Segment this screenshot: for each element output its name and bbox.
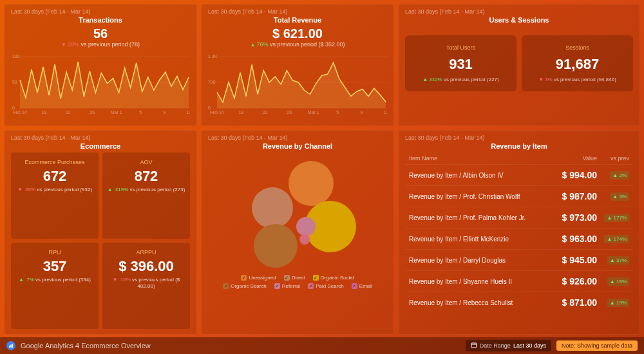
ecommerce-card[interactable]: Ecommerce Purchases672▼ 28% vs previous …	[11, 153, 99, 239]
revenue-panel: Last 30 days (Feb 14 - Mar 14) Total Rev…	[201, 4, 394, 126]
svg-text:9: 9	[164, 110, 166, 115]
table-row[interactable]: Revenue by Item / Rebecca Schulist$ 871.…	[405, 292, 633, 313]
ecommerce-panel: Last 30 days (Feb 14 - Mar 14) Ecommerce…	[4, 130, 197, 335]
item-name: Revenue by Item / Prof. Palma Kohler Jr.	[409, 214, 551, 221]
bubble[interactable]	[252, 187, 293, 228]
legend-swatch-icon: ✓	[313, 275, 319, 281]
up-caret-icon: ▲	[250, 42, 255, 48]
transactions-value: 56	[11, 26, 190, 41]
revenue-by-item-title: Revenue by Item	[405, 142, 633, 150]
item-value: $ 973.00	[551, 212, 597, 223]
down-caret-icon: ▼	[538, 77, 544, 82]
legend-item[interactable]: ✓Direct	[284, 275, 305, 281]
table-row[interactable]: Revenue by Item / Prof. Christian Wolff$…	[405, 185, 633, 207]
legend-label: Organic Search	[231, 283, 267, 289]
item-value: $ 945.00	[551, 255, 597, 265]
col-item-name: Item Name	[409, 155, 551, 162]
legend-swatch-icon: ✓	[274, 283, 280, 289]
svg-rect-30	[12, 344, 14, 348]
footer: Google Analytics 4 Ecommerce Overview Da…	[0, 337, 644, 354]
legend-item[interactable]: ✓Email	[352, 283, 372, 289]
legend-label: Paid Search	[316, 283, 344, 289]
transactions-vs-prev: vs previous period (78)	[80, 41, 140, 48]
down-caret-icon: ▼	[17, 187, 23, 193]
legend-item[interactable]: ✓Paid Search	[308, 283, 344, 289]
table-body[interactable]: Revenue by Item / Albin Olson IV$ 994.00…	[405, 164, 633, 330]
ecommerce-card-value: $ 396.00	[106, 258, 186, 275]
total-users-value: 931	[409, 56, 513, 73]
table-row[interactable]: Revenue by Item / Shyanne Huels II$ 926.…	[405, 270, 633, 292]
pct-badge: ▲ 174%	[604, 235, 629, 243]
ecommerce-card-value: 872	[106, 168, 186, 185]
col-value: Value	[551, 155, 597, 162]
legend-swatch-icon: ✓	[308, 283, 314, 289]
item-value: $ 987.00	[551, 191, 597, 201]
revenue-value: $ 621.00	[208, 26, 387, 41]
svg-text:18: 18	[41, 110, 46, 115]
svg-text:1.3K: 1.3K	[208, 54, 218, 59]
legend-label: Referral	[282, 283, 300, 289]
sessions-label: Sessions	[526, 44, 629, 51]
svg-text:13: 13	[186, 110, 190, 115]
item-name: Revenue by Item / Shyanne Huels II	[409, 278, 551, 285]
pct-badge: ▲ 3%	[610, 192, 629, 201]
svg-text:Feb 14: Feb 14	[13, 110, 27, 115]
bubble[interactable]	[254, 224, 298, 268]
revenue-vs-prev: vs previous period ($ 352.00)	[270, 41, 345, 48]
svg-text:22: 22	[66, 110, 71, 115]
users-sessions-title: Users & Sessions	[405, 16, 633, 24]
bubble[interactable]	[299, 234, 310, 245]
table-row[interactable]: Revenue by Item / Prof. Palma Kohler Jr.…	[405, 207, 633, 228]
pct-badge: ▲ 19%	[607, 299, 629, 307]
svg-rect-31	[471, 343, 477, 348]
item-name: Revenue by Item / Darryl Douglas	[409, 257, 551, 264]
svg-text:22: 22	[263, 110, 268, 115]
ecommerce-title: Ecommerce	[11, 142, 190, 150]
item-value: $ 963.00	[551, 234, 597, 244]
legend-item[interactable]: ✓Unassigned	[241, 275, 276, 281]
svg-text:13: 13	[383, 110, 387, 115]
legend-swatch-icon: ✓	[223, 283, 229, 289]
calendar-icon	[471, 342, 477, 349]
item-name: Revenue by Item / Rebecca Schulist	[409, 299, 551, 306]
up-caret-icon: ▲	[108, 187, 113, 193]
sessions-card[interactable]: Sessions 91,687 ▼3% vs previous period (…	[522, 35, 633, 91]
date-range-label: Last 30 days (Feb 14 - Mar 14)	[405, 135, 633, 141]
bubble[interactable]	[289, 161, 334, 206]
revenue-change-pct: 76%	[256, 41, 268, 48]
svg-text:0: 0	[208, 106, 211, 110]
revenue-title: Total Revenue	[208, 16, 387, 24]
ecommerce-card[interactable]: ARPPU$ 396.00▼ 18% vs previous period ($…	[102, 243, 190, 329]
ecommerce-card[interactable]: RPU357▲ 7% vs previous period (334)	[11, 243, 99, 329]
up-caret-icon: ▲	[422, 77, 428, 82]
legend-swatch-icon: ✓	[241, 275, 247, 281]
transactions-chart: 100 50 0 Feb 14182226Mar 15913	[11, 50, 190, 115]
table-row[interactable]: Revenue by Item / Albin Olson IV$ 994.00…	[405, 164, 633, 185]
total-users-card[interactable]: Total Users 931 ▲310% vs previous period…	[405, 35, 516, 91]
svg-text:Feb 14: Feb 14	[210, 110, 224, 115]
svg-text:26: 26	[90, 110, 95, 115]
svg-rect-28	[9, 346, 10, 348]
item-value: $ 871.00	[551, 297, 597, 308]
date-range-label: Last 30 days (Feb 14 - Mar 14)	[11, 135, 190, 141]
date-range-button[interactable]: Date Range Last 30 days	[466, 340, 551, 351]
svg-text:Mar 1: Mar 1	[308, 110, 319, 115]
ecommerce-card-value: 672	[15, 168, 95, 185]
col-vs-prev: vs prev	[597, 155, 629, 162]
table-row[interactable]: Revenue by Item / Elliott McKenzie$ 963.…	[405, 228, 633, 249]
ecommerce-card[interactable]: AOV872▲ 219% vs previous period (273)	[102, 153, 190, 239]
ecommerce-card-value: 357	[15, 258, 95, 275]
svg-text:9: 9	[361, 110, 363, 115]
pct-badge: ▲ 19%	[607, 277, 629, 286]
svg-text:700: 700	[208, 80, 216, 84]
legend-item[interactable]: ✓Referral	[274, 283, 300, 289]
revenue-by-item-panel: Last 30 days (Feb 14 - Mar 14) Revenue b…	[398, 130, 640, 335]
legend-item[interactable]: ✓Organic Search	[223, 283, 267, 289]
item-name: Revenue by Item / Prof. Christian Wolff	[409, 193, 551, 200]
table-row[interactable]: Revenue by Item / Darryl Douglas$ 945.00…	[405, 249, 633, 270]
pct-badge: ▲ 37%	[607, 256, 629, 265]
page-title: Google Analytics 4 Ecommerce Overview	[21, 342, 151, 349]
bubble[interactable]	[296, 217, 316, 236]
legend-item[interactable]: ✓Organic Social	[313, 275, 354, 281]
total-users-label: Total Users	[409, 44, 513, 51]
